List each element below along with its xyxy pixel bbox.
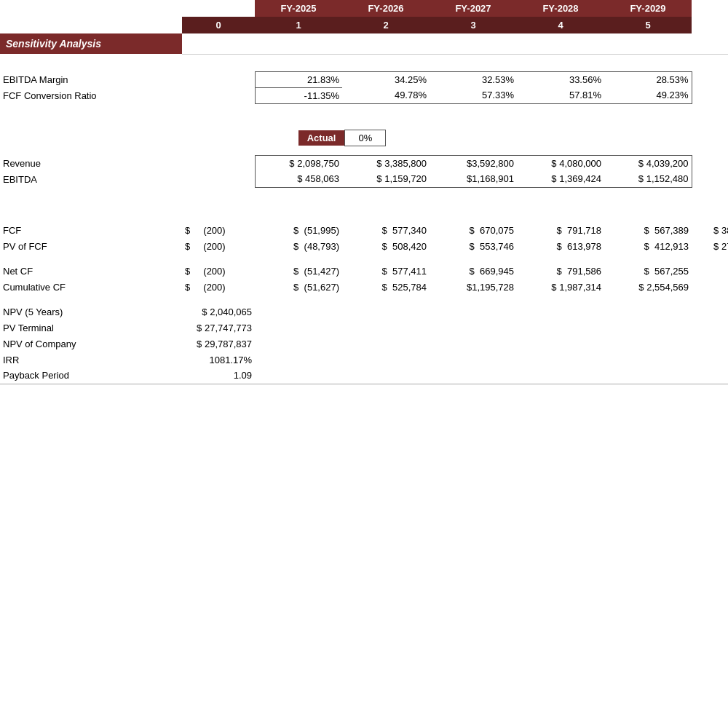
npv5-empty (255, 304, 728, 320)
fcf-col3: $ 670,075 (430, 222, 517, 238)
cumcf-v2: 525,784 (392, 282, 427, 293)
spacer-12 (0, 295, 728, 304)
cum-cf-col3: $1,195,728 (430, 279, 517, 295)
netcf-v0: (200) (203, 266, 225, 277)
spacer-5 (0, 121, 728, 130)
netcf-d0: $ (185, 266, 190, 277)
fcf-conv-empty (182, 87, 255, 103)
netcf-v5: 567,255 (654, 266, 689, 277)
fcf-conversion-label: FCF Conversion Ratio (0, 87, 182, 103)
fcf-v1: (51,995) (304, 225, 339, 236)
pvfcf-d2: $ (382, 241, 387, 252)
fcf-v3: 670,075 (480, 225, 514, 236)
pvfcf-v2: 508,420 (392, 241, 427, 252)
revenue-val-3: $3,592,800 (430, 155, 517, 171)
period-2: 2 (342, 17, 430, 33)
fy-terminal-empty (692, 0, 728, 17)
pv-fcf-col2: $ 508,420 (342, 238, 430, 254)
fcf-d1: $ (293, 225, 298, 236)
npv5-value: $ 2,040,065 (182, 304, 255, 320)
net-cf-col0: $ (200) (182, 263, 255, 279)
ebitda-val-row: EBITDA $ 458,063 $ 1,159,720 $1,168,901 … (0, 171, 728, 187)
spacer-11 (0, 254, 728, 263)
fcf-col5: $ 567,389 (604, 222, 692, 238)
actual-row: Actual 0% (0, 130, 728, 146)
cum-cf-label: Cumulative CF (0, 279, 182, 295)
pv-terminal-empty (255, 320, 728, 336)
npv5-row: NPV (5 Years) $ 2,040,065 (0, 304, 728, 320)
spacer-6 (0, 146, 728, 155)
revenue-val-4: $ 4,080,000 (517, 155, 604, 171)
fy-2028: FY-2028 (517, 0, 604, 17)
fy-2029: FY-2029 (604, 0, 692, 17)
actual-empty-0 (182, 130, 255, 146)
sensitivity-spacer (182, 33, 728, 54)
pct-box[interactable]: 0% (344, 130, 386, 146)
cum-cf-col0: $ (200) (182, 279, 255, 295)
pv-fcf-col0: $ (200) (182, 238, 255, 254)
pvfcf-d3: $ (470, 241, 475, 252)
cum-cf-col1: $ (51,627) (255, 279, 342, 295)
fcf-d2: $ (382, 225, 387, 236)
netcf-v1: (51,427) (304, 266, 339, 277)
payback-value: 1.09 (182, 368, 255, 384)
pv-fcf-row: PV of FCF $ (200) $ (48,793) $ 508,420 $… (0, 238, 728, 254)
revenue-empty-0 (182, 155, 255, 171)
cum-cf-col4: $ 1,987,314 (517, 279, 604, 295)
pvfcf-v5: 412,913 (654, 241, 689, 252)
ebitda-amount-4: $ 1,369,424 (517, 171, 604, 187)
net-cf-terminal-empty (692, 263, 728, 279)
fcf-col2: $ 577,340 (342, 222, 430, 238)
period-3: 3 (430, 17, 517, 33)
net-cf-col2: $ 577,411 (342, 263, 430, 279)
sensitivity-row: Sensitivity Analysis (0, 33, 728, 54)
fcf-conv-val-4: 57.81% (517, 87, 604, 103)
actual-empty-5 (604, 130, 692, 146)
netcf-d1: $ (293, 266, 298, 277)
fcf-v2: 577,340 (392, 225, 427, 236)
footer-empty (0, 387, 728, 446)
period-4: 4 (517, 17, 604, 33)
npv-company-row: NPV of Company $ 29,787,837 (0, 336, 728, 352)
actual-button[interactable]: Actual (298, 130, 345, 146)
cumcf-d2: $ (382, 282, 387, 293)
ebitda-amount-5: $ 1,152,480 (604, 171, 692, 187)
fy-label-empty (0, 0, 182, 17)
ebitda-amount-3: $1,168,901 (430, 171, 517, 187)
pv-fcf-label: PV of FCF (0, 238, 182, 254)
ebitda-terminal-empty (692, 71, 728, 87)
pv-fcf-col5: $ 412,913 (604, 238, 692, 254)
fcf-conv-terminal-empty (692, 87, 728, 103)
revenue-val-5: $ 4,039,200 (604, 155, 692, 171)
net-cf-row: Net CF $ (200) $ (51,427) $ 577,411 $ 66… (0, 263, 728, 279)
period-label-empty (0, 17, 182, 33)
fy-2027: FY-2027 (430, 0, 517, 17)
npv-company-empty (255, 336, 728, 352)
net-cf-col3: $ 669,945 (430, 263, 517, 279)
period-header-row: 0 1 2 3 4 5 (0, 17, 728, 33)
pv-terminal-row: PV Terminal $ 27,747,773 (0, 320, 728, 336)
pvfcf-d5: $ (644, 241, 649, 252)
footer-space (0, 387, 728, 446)
payback-empty (255, 368, 728, 384)
ebitda-amount-2: $ 1,159,720 (342, 171, 430, 187)
irr-empty (255, 352, 728, 368)
net-cf-col4: $ 791,586 (517, 263, 604, 279)
fcf-val-0: (200) (203, 225, 225, 236)
netcf-d5: $ (644, 266, 649, 277)
ebitda-val-5: 28.53% (604, 71, 692, 87)
revenue-row: Revenue $ 2,098,750 $ 3,385,800 $3,592,8… (0, 155, 728, 171)
netcf-d2: $ (382, 266, 387, 277)
cumcf-v4: $ 1,987,314 (551, 282, 601, 293)
pv-fcf-terminal: $ 27,747,773 (692, 238, 728, 254)
pv-fcf-col4: $ 613,978 (517, 238, 604, 254)
cumcf-v5: $ 2,554,569 (638, 282, 689, 293)
fcf-conv-val-3: 57.33% (430, 87, 517, 103)
pvfcf-v1: (48,793) (304, 241, 339, 252)
spacer-3 (0, 103, 728, 112)
sensitivity-title: Sensitivity Analysis (0, 33, 182, 54)
ebitda-margin-label: EBITDA Margin (0, 71, 182, 87)
revenue-terminal-empty (692, 155, 728, 171)
pvfcf-d4: $ (557, 241, 562, 252)
cumcf-v0: (200) (203, 282, 225, 293)
